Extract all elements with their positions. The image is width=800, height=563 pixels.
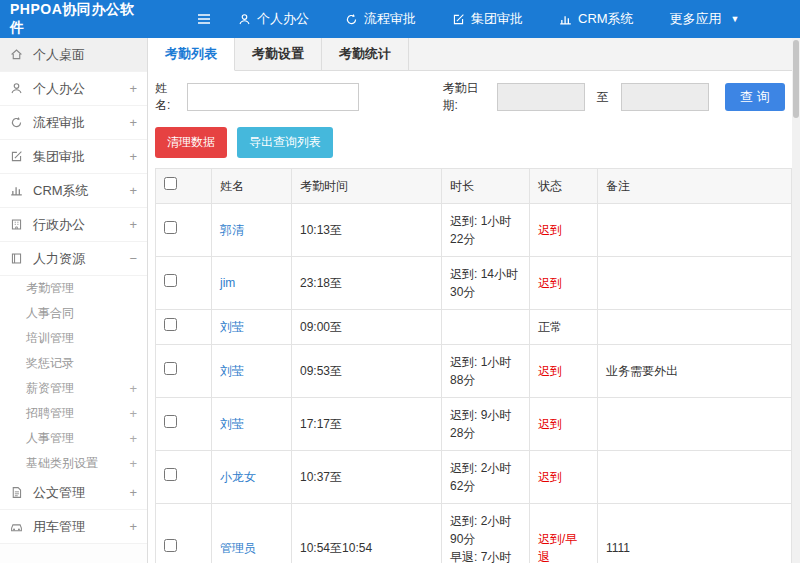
employee-name-link[interactable]: 刘莹 [220, 364, 244, 378]
action-bar: 清理数据 导出查询列表 [148, 123, 792, 168]
cell-attendance-time: 10:37至 [292, 451, 442, 504]
employee-name-link[interactable]: jim [220, 276, 235, 290]
sidebar-subitem-3[interactable]: 培训管理 [0, 326, 147, 351]
cell-attendance-time: 10:13至 [292, 204, 442, 257]
expand-icon[interactable]: + [129, 149, 137, 164]
row-checkbox-cell [156, 204, 212, 257]
cell-attendance-time: 23:18至 [292, 257, 442, 310]
sidebar-subitem-8[interactable]: 基础类别设置+ [0, 451, 147, 476]
cell-note [598, 310, 792, 345]
date-to-input[interactable] [621, 83, 709, 111]
date-from-input[interactable] [497, 83, 585, 111]
sidebar-subitem-label: 奖惩记录 [26, 355, 74, 372]
column-header: 考勤时间 [292, 169, 442, 204]
scrollbar[interactable] [792, 38, 800, 563]
employee-name-link[interactable]: 管理员 [220, 541, 256, 555]
export-list-button[interactable]: 导出查询列表 [237, 127, 333, 158]
nav-item-4[interactable]: CRM系统 [559, 10, 634, 28]
nav-item-label: CRM系统 [578, 10, 634, 28]
tab-attendance-list[interactable]: 考勤列表 [148, 38, 235, 71]
nav-item-3[interactable]: 集团审批 [452, 10, 523, 28]
sidebar-item-4[interactable]: 集团审批+ [0, 140, 147, 174]
row-checkbox[interactable] [164, 539, 177, 552]
row-checkbox[interactable] [164, 468, 177, 481]
column-header: 姓名 [212, 169, 292, 204]
row-checkbox[interactable] [164, 318, 177, 331]
sidebar-subitem-6[interactable]: 招聘管理+ [0, 401, 147, 426]
sidebar-item-3[interactable]: 流程审批+ [0, 106, 147, 140]
expand-icon[interactable]: + [129, 183, 137, 198]
sidebar-item-2[interactable]: 个人办公+ [0, 72, 147, 106]
sidebar-item-label: 集团审批 [33, 148, 85, 166]
expand-icon[interactable]: + [129, 456, 137, 471]
app-title: PHPOA协同办公软件 [0, 1, 148, 37]
tab-attendance-settings[interactable]: 考勤设置 [235, 38, 322, 70]
chart-icon [10, 184, 26, 197]
tab-attendance-stats[interactable]: 考勤统计 [322, 38, 409, 70]
name-filter-label: 姓名: [155, 80, 181, 114]
expand-icon[interactable]: + [129, 217, 137, 232]
date-filter-label: 考勤日期: [442, 80, 490, 114]
cell-duration [442, 310, 530, 345]
cell-duration: 迟到: 1小时88分 [442, 345, 530, 398]
table-row: 小龙女10:37至迟到: 2小时62分迟到 [156, 451, 792, 504]
row-checkbox[interactable] [164, 274, 177, 287]
nav-item-5[interactable]: 更多应用▼ [670, 10, 740, 28]
sidebar-subitem-4[interactable]: 奖惩记录 [0, 351, 147, 376]
sidebar-subitem-7[interactable]: 人事管理+ [0, 426, 147, 451]
sidebar-item-label: 用车管理 [33, 518, 85, 536]
expand-icon[interactable]: + [129, 381, 137, 396]
cell-attendance-time: 09:53至 [292, 345, 442, 398]
search-button[interactable]: 查 询 [725, 83, 785, 111]
nav-item-1[interactable]: 个人办公 [238, 10, 309, 28]
expand-icon[interactable]: + [129, 519, 137, 534]
cell-note [598, 398, 792, 451]
employee-name-link[interactable]: 刘莹 [220, 320, 244, 334]
sidebar-item-7[interactable]: 人力资源− [0, 242, 147, 276]
employee-name-link[interactable]: 刘莹 [220, 417, 244, 431]
cell-name: 小龙女 [212, 451, 292, 504]
scrollbar-thumb[interactable] [793, 40, 799, 118]
attendance-table-wrap: 姓名考勤时间时长状态备注 郭清10:13至迟到: 1小时22分迟到jim23:1… [148, 168, 792, 563]
column-header: 时长 [442, 169, 530, 204]
sidebar-item-1[interactable]: 个人桌面 [0, 38, 147, 72]
expand-icon[interactable]: + [129, 431, 137, 446]
expand-icon[interactable]: + [129, 485, 137, 500]
name-filter-input[interactable] [187, 83, 359, 111]
expand-icon[interactable]: + [129, 406, 137, 421]
expand-icon[interactable]: + [129, 115, 137, 130]
clean-data-button[interactable]: 清理数据 [155, 127, 227, 158]
nav-item-2[interactable]: 流程审批 [345, 10, 416, 28]
hamburger-icon[interactable] [196, 11, 212, 27]
select-all-checkbox[interactable] [164, 177, 177, 190]
collapse-icon[interactable]: − [129, 251, 137, 266]
sidebar-item-5[interactable]: CRM系统+ [0, 174, 147, 208]
cell-status: 迟到 [530, 257, 598, 310]
sidebar-subitem-2[interactable]: 人事合同 [0, 301, 147, 326]
table-row: 刘莹09:53至迟到: 1小时88分迟到业务需要外出 [156, 345, 792, 398]
sidebar-item-9[interactable]: 用车管理+ [0, 510, 147, 544]
cell-note [598, 204, 792, 257]
row-checkbox[interactable] [164, 362, 177, 375]
sidebar-subitem-label: 薪资管理 [26, 380, 74, 397]
employee-name-link[interactable]: 郭清 [220, 223, 244, 237]
sidebar: 个人桌面个人办公+流程审批+集团审批+CRM系统+行政办公+人力资源−考勤管理人… [0, 38, 148, 563]
employee-name-link[interactable]: 小龙女 [220, 470, 256, 484]
main-content: 考勤列表 考勤设置 考勤统计 姓名: 考勤日期: 至 查 询 清理数据 导出查询… [148, 38, 800, 563]
cell-status: 迟到 [530, 398, 598, 451]
sidebar-item-6[interactable]: 行政办公+ [0, 208, 147, 242]
expand-icon[interactable]: + [129, 81, 137, 96]
sidebar-subitem-5[interactable]: 薪资管理+ [0, 376, 147, 401]
sidebar-subitem-1[interactable]: 考勤管理 [0, 276, 147, 301]
cell-note [598, 451, 792, 504]
row-checkbox[interactable] [164, 221, 177, 234]
cell-duration: 迟到: 2小时90分 早退: 7小时10分 [442, 504, 530, 563]
nav-item-label: 集团审批 [471, 10, 523, 28]
sidebar-subitem-label: 招聘管理 [26, 405, 74, 422]
sidebar-item-8[interactable]: 公文管理+ [0, 476, 147, 510]
cell-duration: 迟到: 2小时62分 [442, 451, 530, 504]
home-icon [10, 48, 26, 61]
sidebar-item-label: CRM系统 [33, 182, 89, 200]
doc-icon [10, 486, 26, 499]
row-checkbox[interactable] [164, 415, 177, 428]
